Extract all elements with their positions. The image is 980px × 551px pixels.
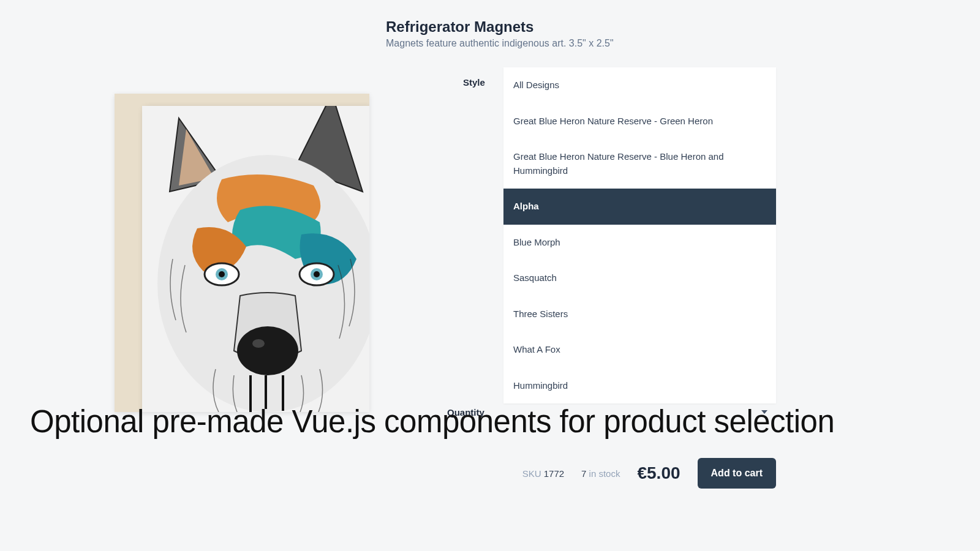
style-listbox: All DesignsGreat Blue Heron Nature Reser… [503, 67, 776, 403]
product-image [115, 94, 369, 412]
svg-point-8 [237, 326, 298, 375]
style-option[interactable]: Great Blue Heron Nature Reserve - Blue H… [503, 139, 776, 189]
wolf-artwork [142, 106, 369, 412]
svg-point-7 [314, 271, 320, 277]
price: €5.00 [637, 463, 680, 483]
style-option[interactable]: Blue Morph [503, 225, 776, 261]
marketing-caption: Optional pre-made Vue.js components for … [30, 403, 834, 440]
add-to-cart-button[interactable]: Add to cart [698, 458, 776, 489]
style-option[interactable]: What A Fox [503, 332, 776, 368]
style-option[interactable]: Sasquatch [503, 260, 776, 296]
svg-point-4 [219, 271, 225, 277]
stock-display: 7 in stock [581, 468, 620, 479]
svg-point-9 [252, 339, 265, 348]
style-label: Style [463, 77, 485, 88]
style-option[interactable]: Great Blue Heron Nature Reserve - Green … [503, 103, 776, 140]
style-option[interactable]: Three Sisters [503, 296, 776, 332]
product-title: Refrigerator Magnets [386, 18, 533, 36]
sku-display: SKU 1772 [522, 468, 564, 479]
purchase-footer: SKU 1772 7 in stock €5.00 Add to cart [503, 458, 776, 489]
product-subtitle: Magnets feature authentic indigenous art… [386, 38, 614, 49]
style-option[interactable]: Alpha [503, 189, 776, 225]
style-option[interactable]: Hummingbird [503, 368, 776, 404]
style-option[interactable]: All Designs [503, 67, 776, 103]
